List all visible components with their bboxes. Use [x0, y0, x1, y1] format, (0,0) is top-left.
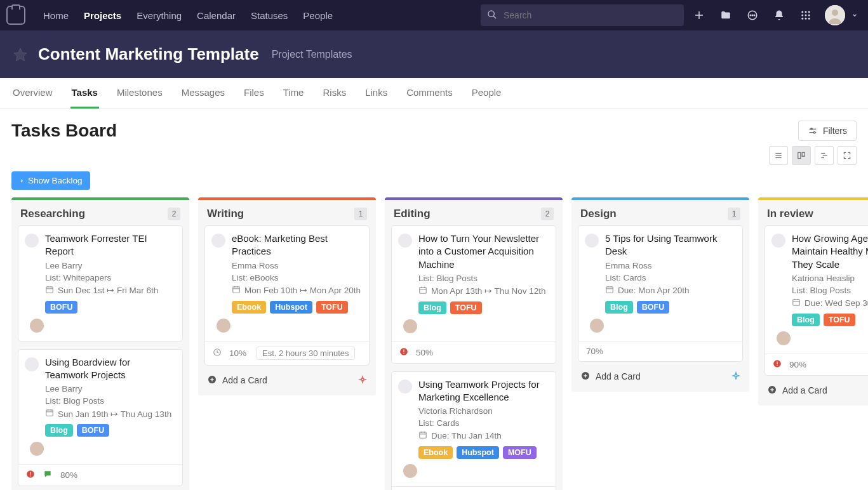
- column-title: Design: [580, 208, 617, 220]
- tag-ebook[interactable]: Ebook: [418, 446, 453, 459]
- task-card[interactable]: Teamwork Forrester TEI ReportLee BarryLi…: [18, 225, 183, 341]
- global-search[interactable]: [481, 4, 684, 26]
- tag-blog[interactable]: Blog: [605, 301, 633, 314]
- task-progress: 90%: [789, 360, 806, 369]
- task-checkbox[interactable]: [211, 234, 225, 248]
- tag-bofu[interactable]: BOFU: [637, 301, 669, 314]
- task-date-range: Mon Apr 13th ↦ Thu Nov 12th: [418, 286, 549, 296]
- tag-tofu[interactable]: TOFU: [450, 301, 482, 314]
- tag-blog[interactable]: Blog: [418, 301, 446, 314]
- nav-item-everything[interactable]: Everything: [129, 0, 189, 30]
- assignee-avatar[interactable]: [590, 319, 604, 333]
- task-checkbox[interactable]: [398, 234, 412, 248]
- svg-point-7: [754, 15, 755, 16]
- user-avatar[interactable]: [825, 5, 845, 25]
- tag-tofu[interactable]: TOFU: [824, 314, 855, 326]
- task-checkbox[interactable]: [25, 357, 39, 371]
- add-card-button[interactable]: Add a Card: [580, 371, 641, 383]
- column-title: Writing: [207, 208, 244, 220]
- assignee-avatar[interactable]: [403, 319, 417, 333]
- tag-blog[interactable]: Blog: [792, 314, 820, 326]
- task-card[interactable]: Using Boardview for Teamwork ProjectsLee…: [18, 349, 183, 487]
- assignee-avatar[interactable]: [30, 442, 44, 456]
- filters-label: Filters: [823, 126, 847, 136]
- plus-circle-icon: [207, 374, 217, 387]
- task-card[interactable]: How to Turn Your Newsletter into a Custo…: [391, 225, 556, 364]
- search-icon: [487, 10, 497, 22]
- tag-tofu[interactable]: TOFU: [316, 301, 348, 314]
- tag-hubspot[interactable]: Hubspot: [270, 301, 312, 314]
- column-title: Editing: [394, 208, 431, 220]
- view-gantt-button[interactable]: [815, 146, 834, 165]
- task-checkbox[interactable]: [398, 380, 412, 394]
- nav-item-calendar[interactable]: Calendar: [189, 0, 243, 30]
- kanban-board: Researching2Teamwork Forrester TEI Repor…: [0, 197, 868, 490]
- filters-button[interactable]: Filters: [798, 121, 857, 141]
- tab-risks[interactable]: Risks: [321, 78, 347, 109]
- add-button[interactable]: [688, 4, 711, 27]
- apps-icon[interactable]: [794, 4, 817, 27]
- svg-point-14: [801, 18, 803, 20]
- chat-icon[interactable]: [741, 4, 764, 27]
- tab-people[interactable]: People: [471, 78, 503, 109]
- show-backlog-label: Show Backlog: [28, 176, 83, 185]
- tag-bofu[interactable]: BOFU: [45, 301, 77, 314]
- app-logo[interactable]: [6, 6, 25, 25]
- chat-icon: [43, 470, 53, 480]
- calendar-icon: [418, 430, 427, 441]
- tab-messages[interactable]: Messages: [180, 78, 226, 109]
- view-board-button[interactable]: [792, 146, 811, 165]
- tab-comments[interactable]: Comments: [405, 78, 454, 109]
- tag-mofu[interactable]: MOFU: [503, 446, 537, 459]
- task-footer: 10%Est. 2 hours 30 minutes: [205, 341, 369, 365]
- project-header: Content Marketing Template Project Templ…: [0, 30, 868, 78]
- tab-tasks[interactable]: Tasks: [70, 78, 99, 109]
- star-icon[interactable]: [11, 46, 29, 63]
- folder-icon[interactable]: [714, 4, 737, 27]
- user-menu-caret-icon[interactable]: [851, 10, 858, 20]
- task-card[interactable]: Using Teamwork Projects for Marketing Ex…: [391, 371, 556, 490]
- svg-marker-84: [735, 372, 737, 379]
- tab-files[interactable]: Files: [243, 78, 265, 109]
- task-checkbox[interactable]: [25, 234, 39, 248]
- search-input[interactable]: [502, 10, 678, 21]
- task-card[interactable]: eBook: Marketing Best PracticesEmma Ross…: [204, 225, 370, 366]
- nav-item-projects[interactable]: Projects: [76, 0, 129, 30]
- svg-point-11: [801, 15, 803, 17]
- tab-links[interactable]: Links: [364, 78, 389, 109]
- task-assignee: Katriona Heaslip: [792, 274, 868, 283]
- column-handle-icon[interactable]: [358, 375, 367, 386]
- tab-milestones[interactable]: Milestones: [116, 78, 164, 109]
- tag-hubspot[interactable]: Hubspot: [457, 446, 499, 459]
- assignee-avatar[interactable]: [30, 319, 44, 333]
- tab-overview[interactable]: Overview: [11, 78, 54, 109]
- tag-blog[interactable]: Blog: [45, 424, 73, 437]
- tag-ebook[interactable]: Ebook: [232, 301, 266, 314]
- project-subtitle[interactable]: Project Templates: [272, 49, 352, 60]
- task-footer: 60%: [392, 486, 556, 490]
- column-count: 1: [728, 208, 740, 220]
- assignee-avatar[interactable]: [777, 331, 791, 345]
- task-card[interactable]: How Growing Agencies Maintain Healthy Ma…: [765, 225, 868, 376]
- nav-item-people[interactable]: People: [295, 0, 340, 30]
- column-handle-icon[interactable]: [731, 371, 740, 382]
- nav-item-home[interactable]: Home: [36, 0, 76, 30]
- nav-item-statuses[interactable]: Statuses: [243, 0, 295, 30]
- svg-point-23: [813, 131, 815, 133]
- task-title: eBook: Marketing Best Practices: [232, 232, 363, 258]
- add-card-button[interactable]: Add a Card: [767, 385, 827, 397]
- assignee-avatar[interactable]: [217, 319, 230, 333]
- tag-bofu[interactable]: BOFU: [77, 424, 109, 437]
- assignee-avatar[interactable]: [403, 464, 417, 478]
- show-backlog-button[interactable]: Show Backlog: [11, 171, 90, 190]
- task-checkbox[interactable]: [585, 234, 599, 248]
- tab-time[interactable]: Time: [282, 78, 305, 109]
- task-assignee: Emma Ross: [232, 261, 363, 270]
- bell-icon[interactable]: [768, 4, 791, 27]
- view-list-button[interactable]: [769, 146, 788, 165]
- add-card-label: Add a Card: [782, 385, 827, 395]
- task-card[interactable]: 5 Tips for Using Teamwork DeskEmma RossL…: [578, 225, 743, 362]
- add-card-button[interactable]: Add a Card: [207, 374, 267, 387]
- fullscreen-button[interactable]: [838, 146, 857, 165]
- task-checkbox[interactable]: [771, 234, 785, 248]
